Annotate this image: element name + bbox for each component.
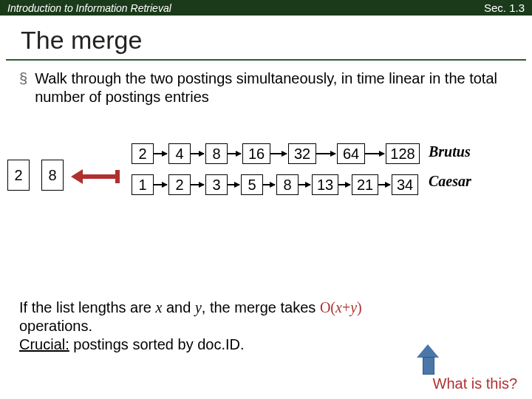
- r2c2: 3: [205, 174, 228, 195]
- arrow-icon: [154, 153, 167, 154]
- r1c0: 2: [132, 143, 154, 164]
- arrow-icon: [365, 153, 384, 154]
- r1c5: 64: [337, 143, 365, 164]
- arrow-icon: [338, 184, 350, 185]
- bullet-text: Walk through the two postings simultaneo…: [35, 69, 513, 106]
- arrow-icon: [316, 153, 335, 154]
- bullet-symbol: §: [19, 69, 27, 106]
- r1c3: 16: [242, 143, 270, 164]
- r2c7: 34: [392, 174, 418, 195]
- arrow-icon: [270, 153, 287, 154]
- section-number: Sec. 1.3: [484, 1, 525, 14]
- arrow-icon: [378, 184, 390, 185]
- bullet-item: § Walk through the two postings simultan…: [19, 69, 513, 106]
- arrow-icon: [154, 184, 167, 185]
- r1c6: 128: [386, 143, 420, 164]
- slide-title: The merge: [0, 16, 532, 59]
- r2c6: 21: [352, 174, 378, 195]
- arrow-icon: [228, 153, 241, 154]
- slide-body: § Walk through the two postings simultan…: [0, 61, 532, 106]
- arrow-icon: [191, 184, 204, 185]
- arrow-icon: [228, 184, 239, 185]
- r2c4: 8: [276, 174, 299, 195]
- merge-diagram: 2 8 2 4 8 16 32 64 128 1 2 3 5 8 13 21 3…: [0, 136, 532, 225]
- r1c1: 4: [168, 143, 191, 164]
- course-title: Introduction to Information Retrieval: [7, 2, 171, 14]
- list-label-brutus: Brutus: [429, 143, 471, 160]
- r1c4: 32: [288, 143, 316, 164]
- r2c1: 2: [168, 174, 191, 195]
- list-label-caesar: Caesar: [429, 173, 471, 190]
- pointer-b: 8: [41, 160, 64, 191]
- what-is-this: What is this?: [433, 375, 517, 392]
- header-bar: Introduction to Information Retrieval Se…: [0, 0, 532, 16]
- arrow-icon: [191, 153, 204, 154]
- pointer-arrow: [81, 174, 118, 179]
- r2c3: 5: [241, 174, 263, 195]
- pointer-a: 2: [7, 160, 30, 191]
- r2c5: 13: [312, 174, 338, 195]
- r1c2: 8: [205, 143, 228, 164]
- arrow-icon: [263, 184, 275, 185]
- arrow-icon: [299, 184, 310, 185]
- r2c0: 1: [132, 174, 154, 195]
